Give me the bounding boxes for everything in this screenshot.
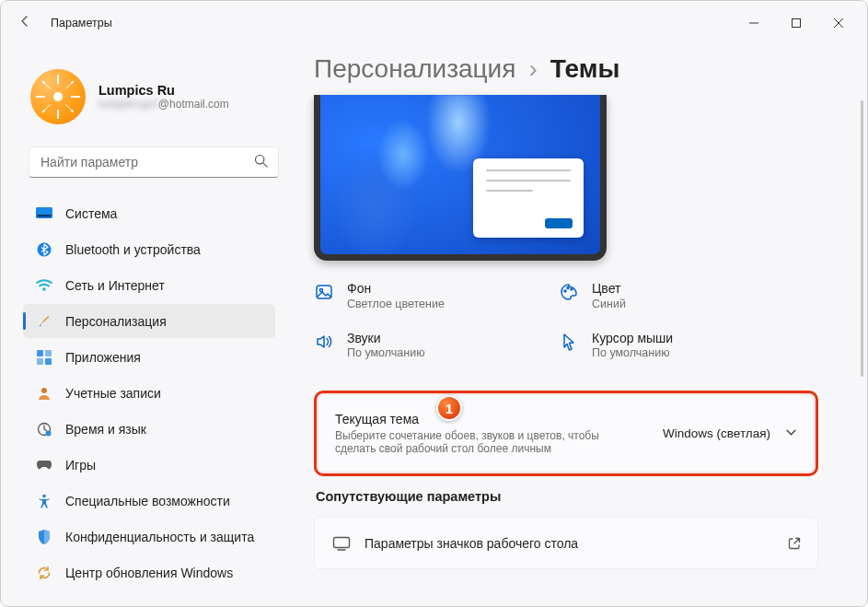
prop-title: Цвет — [592, 281, 626, 298]
account-name: Lumpics Ru — [98, 83, 229, 98]
sidebar-item-label: Игры — [65, 458, 96, 473]
current-theme-card[interactable]: Текущая тема Выберите сочетание обоев, з… — [314, 391, 818, 476]
card-title: Параметры значков рабочего стола — [365, 536, 578, 551]
svg-point-12 — [46, 430, 52, 436]
sidebar-item-personalization[interactable]: Персонализация — [23, 304, 275, 338]
close-button[interactable] — [817, 8, 860, 38]
svg-point-17 — [567, 287, 569, 289]
accessibility-icon — [36, 493, 52, 509]
sidebar-item-label: Учетные записи — [65, 386, 161, 401]
gamepad-icon — [36, 457, 52, 473]
card-description: Выберите сочетание обоев, звуков и цвето… — [335, 429, 611, 455]
sidebar-item-label: Сеть и Интернет — [65, 278, 165, 293]
apps-icon — [36, 349, 52, 366]
theme-prop-color[interactable]: Цвет Синий — [559, 281, 785, 310]
sidebar-item-network[interactable]: Сеть и Интернет — [23, 268, 275, 302]
sidebar-item-label: Приложения — [65, 350, 141, 365]
titlebar: Параметры — [1, 1, 867, 45]
related-section-title: Сопутствующие параметры — [316, 489, 867, 504]
svg-point-1 — [256, 155, 264, 163]
speaker-icon — [314, 332, 334, 352]
svg-rect-3 — [38, 215, 52, 217]
svg-point-16 — [564, 290, 566, 292]
card-title: Текущая тема — [335, 412, 611, 426]
clock-globe-icon — [36, 421, 52, 438]
preview-window — [473, 158, 584, 238]
sidebar-item-accounts[interactable]: Учетные записи — [23, 376, 275, 410]
svg-rect-0 — [793, 19, 801, 28]
desktop-icons-card[interactable]: Параметры значков рабочего стола — [314, 517, 818, 569]
sidebar-item-privacy[interactable]: Конфиденциальность и защита — [23, 519, 275, 554]
window-title: Параметры — [51, 17, 112, 29]
main-content: Персонализация › Темы Фон Светлое цветен… — [288, 45, 867, 606]
account-block[interactable]: Lumpics Ru lumpikruprt@hotmail.com — [30, 69, 284, 124]
theme-prop-cursor[interactable]: Курсор мыши По умолчанию — [559, 331, 785, 360]
breadcrumb: Персонализация › Темы — [314, 54, 867, 84]
sidebar: Lumpics Ru lumpikruprt@hotmail.com Систе… — [1, 45, 288, 606]
scrollbar-thumb[interactable] — [861, 100, 863, 377]
back-button[interactable] — [16, 14, 34, 32]
monitor-icon — [331, 533, 352, 554]
maximize-button[interactable] — [775, 8, 817, 38]
sidebar-item-label: Система — [65, 206, 117, 221]
breadcrumb-leaf: Темы — [550, 54, 620, 84]
sidebar-item-accessibility[interactable]: Специальные возможности — [23, 484, 275, 518]
breadcrumb-root[interactable]: Персонализация — [314, 54, 515, 84]
sidebar-item-bluetooth[interactable]: Bluetooth и устройства — [23, 232, 275, 266]
svg-rect-19 — [334, 538, 350, 548]
prop-title: Курсор мыши — [592, 331, 673, 347]
sidebar-item-label: Персонализация — [65, 314, 167, 329]
sidebar-item-time-language[interactable]: Время и язык — [23, 412, 275, 446]
prop-value: По умолчанию — [347, 346, 425, 359]
minimize-button[interactable] — [733, 8, 775, 38]
theme-prop-background[interactable]: Фон Светлое цветение — [314, 281, 540, 310]
nav: Система Bluetooth и устройства Сеть и Ин… — [23, 196, 284, 589]
paintbrush-icon — [36, 313, 52, 330]
sidebar-item-label: Время и язык — [65, 422, 146, 437]
prop-value: Синий — [592, 298, 626, 310]
sidebar-item-label: Bluetooth и устройства — [65, 242, 201, 257]
chevron-down-icon — [785, 426, 797, 441]
sidebar-item-system[interactable]: Система — [23, 196, 275, 230]
search-icon — [254, 154, 269, 171]
settings-window: Параметры Lumpics Ru lumpikruprt@hotmail… — [0, 0, 868, 607]
svg-rect-14 — [317, 286, 331, 298]
sidebar-item-apps[interactable]: Приложения — [23, 340, 275, 374]
sidebar-item-label: Специальные возможности — [65, 494, 230, 508]
shield-icon — [36, 529, 52, 545]
cursor-icon — [559, 332, 579, 352]
svg-point-18 — [571, 288, 573, 290]
person-icon — [36, 385, 52, 402]
search-box[interactable] — [29, 146, 279, 178]
open-external-icon — [788, 537, 801, 550]
svg-point-13 — [42, 494, 46, 497]
sidebar-item-label: Центр обновления Windows — [65, 566, 233, 580]
svg-point-5 — [42, 287, 45, 290]
bluetooth-icon — [36, 241, 52, 258]
avatar — [30, 69, 86, 124]
prop-value: По умолчанию — [592, 346, 673, 359]
search-input[interactable] — [39, 154, 254, 170]
prop-title: Звуки — [347, 331, 425, 347]
account-email: lumpikruprt@hotmail.com — [98, 98, 229, 111]
update-icon — [36, 565, 52, 581]
current-theme-value: Windows (светлая) — [663, 426, 770, 440]
theme-prop-sounds[interactable]: Звуки По умолчанию — [314, 331, 540, 360]
svg-rect-7 — [45, 350, 52, 356]
sidebar-item-label: Конфиденциальность и защита — [65, 530, 254, 544]
display-icon — [36, 205, 52, 222]
chevron-right-icon: › — [528, 54, 537, 84]
sidebar-item-gaming[interactable]: Игры — [23, 448, 275, 482]
theme-preview — [314, 95, 607, 261]
palette-icon — [559, 282, 579, 302]
scrollbar[interactable] — [857, 100, 865, 601]
svg-rect-6 — [37, 350, 43, 356]
svg-rect-9 — [45, 358, 52, 365]
wifi-icon — [36, 277, 52, 294]
image-icon — [314, 282, 334, 302]
prop-title: Фон — [347, 281, 445, 298]
prop-value: Светлое цветение — [347, 298, 445, 310]
sidebar-item-windows-update[interactable]: Центр обновления Windows — [23, 555, 275, 589]
svg-rect-8 — [37, 358, 43, 365]
svg-point-10 — [41, 388, 47, 393]
